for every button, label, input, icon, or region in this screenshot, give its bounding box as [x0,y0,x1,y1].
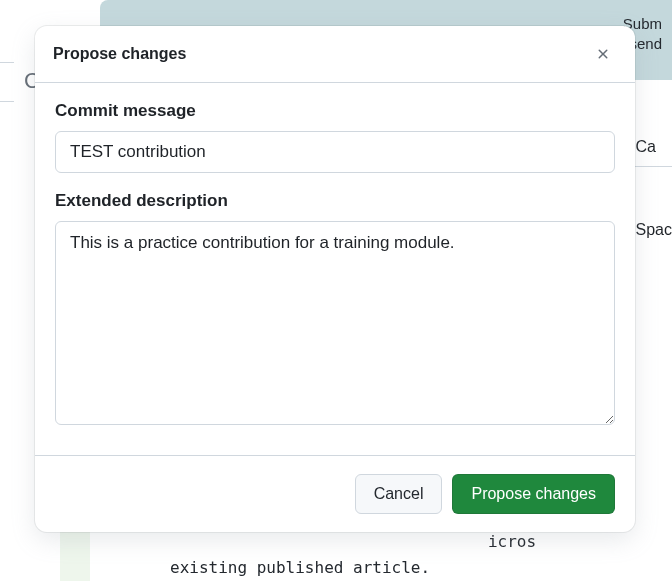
dialog-title: Propose changes [53,45,186,63]
dialog-footer: Cancel Propose changes [35,455,635,532]
background-toolbar-edge [0,62,14,102]
dialog-header: Propose changes [35,26,635,83]
commit-message-label: Commit message [55,101,615,121]
extended-description-label: Extended description [55,191,615,211]
commit-message-input[interactable] [55,131,615,173]
extended-description-group: Extended description This is a practice … [55,191,615,429]
propose-changes-button[interactable]: Propose changes [452,474,615,514]
close-icon [595,46,611,62]
dialog-body: Commit message Extended description This… [35,83,635,455]
close-button[interactable] [589,40,617,68]
extended-description-input[interactable]: This is a practice contribution for a tr… [55,221,615,425]
propose-changes-dialog: Propose changes Commit message Extended … [35,26,635,532]
commit-message-group: Commit message [55,101,615,173]
cancel-button[interactable]: Cancel [355,474,443,514]
